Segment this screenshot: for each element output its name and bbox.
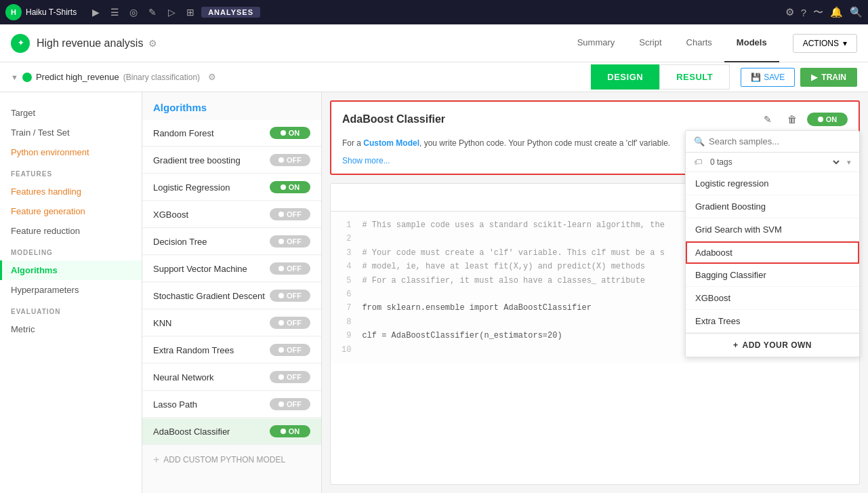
bars-icon[interactable]: ☰ [108, 5, 121, 19]
circle-icon[interactable]: ◎ [127, 5, 140, 19]
features-section-title: FEATURES [0, 162, 142, 182]
delete-adaboost-button[interactable]: 🗑 [783, 110, 802, 129]
dropdown-search: 🔍 [686, 131, 859, 153]
algo-knn: KNN OFF [142, 310, 321, 336]
edit-adaboost-button[interactable]: ✎ [758, 110, 777, 129]
bell-icon[interactable]: 🔔 [830, 6, 843, 18]
play-train-icon: ▶ [811, 73, 817, 82]
custom-model-link[interactable]: Custom Model [363, 138, 419, 148]
dropdown-search-input[interactable] [709, 136, 851, 146]
predict-label: ▼ Predict high_revenue (Binary classific… [11, 72, 216, 82]
actions-label: ACTIONS [803, 39, 839, 48]
add-your-own-button[interactable]: + ADD YOUR OWN [686, 333, 859, 357]
code-samples-dropdown: 🔍 🏷 0 tags ▾ Logistic regression Gradien… [685, 130, 860, 357]
code-lines[interactable]: # This sample code uses a standard sciki… [362, 218, 664, 357]
sidebar-item-train-test[interactable]: Train / Test Set [0, 123, 142, 142]
status-dot [22, 73, 32, 82]
predict-name: Predict high_revenue [36, 72, 119, 82]
adaboost-title: AdaBoost Classifier [342, 113, 758, 125]
main-nav: Summary Script Charts Models [565, 24, 779, 62]
algo-name: Decision Tree [153, 237, 207, 247]
dropdown-item-logistic-regression[interactable]: Logistic regression [686, 172, 859, 195]
search-icon[interactable]: 🔍 [850, 6, 863, 18]
sidebar-item-metric[interactable]: Metric [0, 319, 142, 339]
sidebar-item-python-env[interactable]: Python environment [0, 142, 142, 162]
grid-icon[interactable]: ⊞ [184, 5, 197, 19]
sidebar-item-feature-reduction[interactable]: Feature reduction [0, 221, 142, 241]
algo-xgboost: XGBoost OFF [142, 201, 321, 228]
algo-name: Support Vector Machine [153, 264, 247, 274]
dropdown-item-xgboost[interactable]: XGBoost [686, 287, 859, 310]
chevron-icon: ▼ [11, 73, 18, 81]
dropdown-tags: 🏷 0 tags ▾ [686, 153, 859, 172]
help-icon[interactable]: ? [801, 7, 806, 18]
analyses-button[interactable]: ANALYSES [201, 7, 260, 18]
add-custom-label: ADD CUSTOM PYTHON MODEL [163, 455, 285, 465]
toggle-extra-random-trees[interactable]: OFF [270, 344, 310, 356]
dropdown-item-extra-trees[interactable]: Extra Trees [686, 310, 859, 333]
algo-gradient-boosting: Gradient tree boosting OFF [142, 147, 321, 174]
algorithms-header: Algorithms [142, 92, 321, 120]
sub-header: ▼ Predict high_revenue (Binary classific… [0, 62, 868, 92]
toggle-lasso-path[interactable]: OFF [270, 398, 310, 410]
settings-icon[interactable]: ⚙ [785, 6, 794, 18]
algo-name: Stochastic Gradient Descent [153, 291, 265, 301]
dropdown-search-icon: 🔍 [694, 136, 705, 146]
main-content: AdaBoost Classifier ✎ 🗑 ON For a Custom … [322, 92, 868, 493]
dropdown-item-gradient-boosting[interactable]: Gradient Boosting [686, 195, 859, 218]
pencil-icon[interactable]: ✎ [146, 5, 159, 19]
nav-models[interactable]: Models [724, 24, 779, 62]
algo-name: Logistic Regression [153, 182, 230, 193]
sidebar-item-hyperparameters[interactable]: Hyperparameters [0, 280, 142, 300]
design-tab[interactable]: DESIGN [591, 64, 659, 90]
activity-icon[interactable]: 〜 [813, 6, 823, 19]
toggle-sgd[interactable]: OFF [270, 290, 310, 302]
toggle-adaboost[interactable]: ON [270, 425, 310, 437]
algo-name: Extra Random Trees [153, 345, 234, 355]
nav-script[interactable]: Script [627, 24, 674, 62]
top-nav: H Haiku T-Shirts ▶ ☰ ◎ ✎ ▷ ⊞ ANALYSES ⚙ … [0, 0, 868, 24]
toggle-neural-network[interactable]: OFF [270, 371, 310, 383]
algo-name: Lasso Path [153, 399, 197, 410]
algorithm-panel: Algorithms Random Forest ON Gradient tre… [142, 92, 322, 493]
project-settings-icon[interactable]: ⚙ [148, 38, 157, 49]
algo-decision-tree: Decision Tree OFF [142, 229, 321, 255]
toggle-decision-tree[interactable]: OFF [270, 235, 310, 248]
sidebar-item-feature-generation[interactable]: Feature generation [0, 201, 142, 221]
toggle-logistic-regression[interactable]: ON [270, 181, 310, 193]
sidebar-item-target[interactable]: Target [0, 103, 142, 123]
dropdown-item-adaboost[interactable]: Adaboost [686, 241, 859, 264]
save-button[interactable]: 💾 SAVE [741, 68, 795, 87]
toggle-random-forest[interactable]: ON [270, 127, 310, 139]
predict-type: (Binary classification) [123, 73, 200, 82]
header-logo: ✦ [11, 34, 30, 53]
toggle-knn[interactable]: OFF [270, 317, 310, 329]
result-tab[interactable]: RESULT [659, 64, 730, 90]
nav-summary[interactable]: Summary [565, 24, 627, 62]
toggle-svm[interactable]: OFF [270, 262, 310, 275]
algo-lasso-path: Lasso Path OFF [142, 391, 321, 418]
tags-select[interactable]: 0 tags [707, 157, 842, 167]
algo-name: Random Forest [153, 128, 214, 138]
train-button[interactable]: ▶ TRAIN [800, 68, 857, 87]
predict-settings-icon[interactable]: ⚙ [208, 72, 216, 82]
dropdown-item-bagging-classifier[interactable]: Bagging Classifier [686, 264, 859, 287]
algo-sgd: Stochastic Gradient Descent OFF [142, 283, 321, 309]
evaluation-section-title: EVALUATION [0, 300, 142, 319]
line-numbers: 12345678910 [342, 218, 351, 357]
actions-button[interactable]: ACTIONS ▾ [793, 34, 857, 53]
save-icon: 💾 [751, 73, 761, 82]
play-icon[interactable]: ▷ [165, 5, 178, 19]
sidebar-item-features-handling[interactable]: Features handling [0, 182, 142, 201]
toggle-xgboost[interactable]: OFF [270, 208, 310, 220]
save-label: SAVE [764, 73, 785, 82]
add-custom-model-button[interactable]: + ADD CUSTOM PYTHON MODEL [142, 446, 321, 474]
triangle-icon[interactable]: ▶ [89, 5, 102, 19]
adaboost-toggle[interactable]: ON [807, 113, 848, 126]
algo-adaboost: AdaBoost Classifier ON [142, 418, 321, 445]
sidebar-item-algorithms[interactable]: Algorithms [0, 260, 142, 280]
nav-charts[interactable]: Charts [674, 24, 724, 62]
toggle-gradient-boosting[interactable]: OFF [270, 154, 310, 166]
right-icons: ⚙ ? 〜 🔔 🔍 [785, 6, 863, 19]
dropdown-item-grid-search-svm[interactable]: Grid Search with SVM [686, 218, 859, 241]
